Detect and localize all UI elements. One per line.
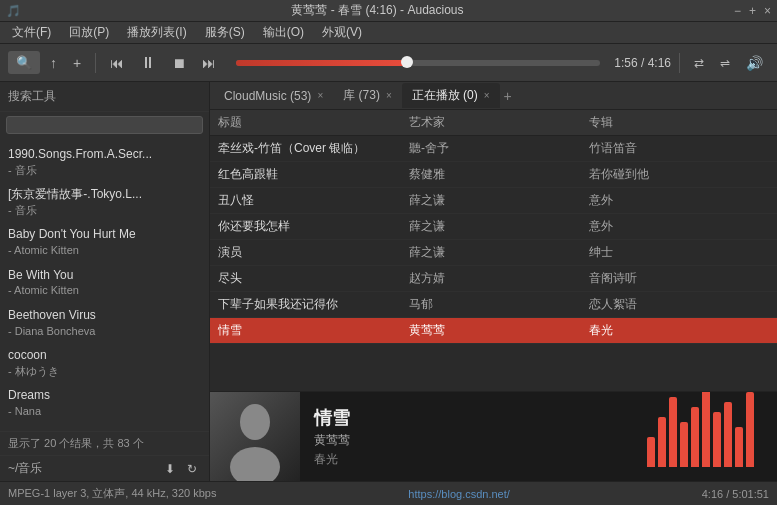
tab-2[interactable]: 正在播放 (0)× — [402, 83, 500, 108]
maximize-button[interactable]: + — [749, 4, 756, 18]
tab-close-2[interactable]: × — [484, 90, 490, 101]
row-artist-4: 薛之谦 — [409, 244, 589, 261]
format-info: MPEG-1 layer 3, 立体声, 44 kHz, 320 kbps — [8, 486, 216, 501]
up-button[interactable]: ↑ — [44, 51, 63, 75]
tab-label-2: 正在播放 (0) — [412, 87, 478, 104]
sidebar-footer: 显示了 20 个结果，共 83 个 — [0, 431, 209, 455]
tab-label-1: 库 (73) — [343, 87, 380, 104]
visualizer-bar-5 — [702, 391, 710, 467]
search-button[interactable]: 🔍 — [8, 51, 40, 74]
pause-button[interactable]: ⏸ — [134, 50, 162, 76]
sidebar-track-artist: - 音乐 — [8, 203, 201, 218]
playlist-area[interactable]: 标题 艺术家 专辑 牵丝戏-竹笛（Cover 银临） 聽-舍予 竹语笛音红色高跟… — [210, 110, 777, 391]
progress-bar[interactable] — [236, 60, 600, 66]
svg-point-2 — [240, 404, 270, 440]
toolbar: 🔍 ↑ + ⏮ ⏸ ⏹ ⏭ 1:56 / 4:16 ⇄ ⇌ 🔊 — [0, 44, 777, 82]
sidebar-track-artist: - 林ゆうき — [8, 364, 201, 379]
progress-thumb[interactable] — [401, 56, 413, 68]
repeat-button[interactable]: ⇄ — [688, 52, 710, 74]
table-row[interactable]: 牵丝戏-竹笛（Cover 银临） 聽-舍予 竹语笛音 — [210, 136, 777, 162]
tab-0[interactable]: CloudMusic (53)× — [214, 85, 333, 107]
tab-1[interactable]: 库 (73)× — [333, 83, 402, 108]
tab-close-0[interactable]: × — [317, 90, 323, 101]
menu-view[interactable]: 外观(V) — [314, 22, 370, 43]
table-row[interactable]: 尽头 赵方婧 音阁诗听 — [210, 266, 777, 292]
time-display: 1:56 / 4:16 — [614, 56, 671, 70]
row-artist-7: 黄莺莺 — [409, 322, 589, 339]
tab-close-1[interactable]: × — [386, 90, 392, 101]
sidebar-item-6[interactable]: Dreams - Nana — [0, 383, 209, 423]
sidebar-item-2[interactable]: Baby Don't You Hurt Me - Atomic Kitten — [0, 222, 209, 262]
now-playing-info: 情雪 黄莺莺 春光 — [300, 396, 647, 478]
sidebar-track-title: Beethoven Virus — [8, 307, 201, 324]
sidebar-track-title: cocoon — [8, 347, 201, 364]
visualizer-bar-0 — [647, 437, 655, 467]
add-tab-button[interactable]: + — [504, 88, 512, 104]
menu-file[interactable]: 文件(F) — [4, 22, 59, 43]
table-row[interactable]: 下辈子如果我还记得你 马郁 恋人絮语 — [210, 292, 777, 318]
window-controls: − + × — [734, 4, 771, 18]
add-button[interactable]: + — [67, 51, 87, 75]
menu-playlist[interactable]: 播放列表(I) — [119, 22, 194, 43]
row-title-4: 演员 — [218, 244, 409, 261]
separator — [95, 53, 96, 73]
volume-button[interactable]: 🔊 — [740, 51, 769, 75]
menu-output[interactable]: 输出(O) — [255, 22, 312, 43]
sidebar-track-title: Baby Don't You Hurt Me — [8, 226, 201, 243]
tabs-bar: CloudMusic (53)×库 (73)×正在播放 (0)×+ — [210, 82, 777, 110]
path-label: ~/音乐 — [8, 460, 157, 477]
row-title-1: 红色高跟鞋 — [218, 166, 409, 183]
row-artist-6: 马郁 — [409, 296, 589, 313]
sidebar-track-artist: - 音乐 — [8, 163, 201, 178]
sidebar: 搜索工具 1990.Songs.From.A.Secr... - 音乐[东京爱情… — [0, 82, 210, 481]
table-row[interactable]: 红色高跟鞋 蔡健雅 若你碰到他 — [210, 162, 777, 188]
shuffle-button[interactable]: ⇌ — [714, 52, 736, 74]
visualizer-bar-8 — [735, 427, 743, 467]
visualizer-bar-3 — [680, 422, 688, 467]
next-button[interactable]: ⏭ — [196, 51, 222, 75]
visualizer-bar-4 — [691, 407, 699, 467]
sidebar-item-4[interactable]: Beethoven Virus - Diana Boncheva — [0, 303, 209, 343]
total-time: 4:16 / 5:01:51 — [702, 488, 769, 500]
visualizer-bar-9 — [746, 392, 754, 467]
prev-button[interactable]: ⏮ — [104, 51, 130, 75]
sidebar-item-0[interactable]: 1990.Songs.From.A.Secr... - 音乐 — [0, 142, 209, 182]
sidebar-item-5[interactable]: cocoon - 林ゆうき — [0, 343, 209, 383]
table-row[interactable]: 丑八怪 薛之谦 意外 — [210, 188, 777, 214]
row-album-4: 绅士 — [589, 244, 769, 261]
row-artist-5: 赵方婧 — [409, 270, 589, 287]
table-row[interactable]: 演员 薛之谦 绅士 — [210, 240, 777, 266]
minimize-button[interactable]: − — [734, 4, 741, 18]
row-album-5: 音阁诗听 — [589, 270, 769, 287]
visualizer-bar-1 — [658, 417, 666, 467]
main-area: 搜索工具 1990.Songs.From.A.Secr... - 音乐[东京爱情… — [0, 82, 777, 481]
row-artist-3: 薛之谦 — [409, 218, 589, 235]
refresh-button[interactable]: ↻ — [183, 461, 201, 477]
row-title-0: 牵丝戏-竹笛（Cover 银临） — [218, 140, 409, 157]
right-panel: CloudMusic (53)×库 (73)×正在播放 (0)×+ 标题 艺术家… — [210, 82, 777, 481]
search-input[interactable] — [6, 116, 203, 134]
close-button[interactable]: × — [764, 4, 771, 18]
row-title-7: 情雪 — [218, 322, 409, 339]
now-playing-artist: 黄莺莺 — [314, 432, 633, 449]
menu-services[interactable]: 服务(S) — [197, 22, 253, 43]
sidebar-path: ~/音乐 ⬇ ↻ — [0, 455, 209, 481]
menu-playback[interactable]: 回放(P) — [61, 22, 117, 43]
app-icon: 🎵 — [6, 4, 21, 18]
table-row[interactable]: 情雪 黄莺莺 春光 — [210, 318, 777, 344]
download-button[interactable]: ⬇ — [161, 461, 179, 477]
stop-button[interactable]: ⏹ — [166, 51, 192, 75]
table-row[interactable]: 你还要我怎样 薛之谦 意外 — [210, 214, 777, 240]
sidebar-header: 搜索工具 — [0, 82, 209, 112]
sidebar-item-1[interactable]: [东京爱情故事-.Tokyo.L... - 音乐 — [0, 182, 209, 222]
row-title-6: 下辈子如果我还记得你 — [218, 296, 409, 313]
statusbar: MPEG-1 layer 3, 立体声, 44 kHz, 320 kbps ht… — [0, 481, 777, 505]
titlebar: 🎵 黄莺莺 - 春雪 (4:16) - Audacious − + × — [0, 0, 777, 22]
sidebar-track-artist: - Atomic Kitten — [8, 243, 201, 258]
row-album-3: 意外 — [589, 218, 769, 235]
row-album-7: 春光 — [589, 322, 769, 339]
sidebar-item-3[interactable]: Be With You - Atomic Kitten — [0, 263, 209, 303]
sidebar-track-artist: - Atomic Kitten — [8, 283, 201, 298]
status-link[interactable]: https://blog.csdn.net/ — [408, 488, 510, 500]
col-title: 标题 — [218, 114, 409, 131]
